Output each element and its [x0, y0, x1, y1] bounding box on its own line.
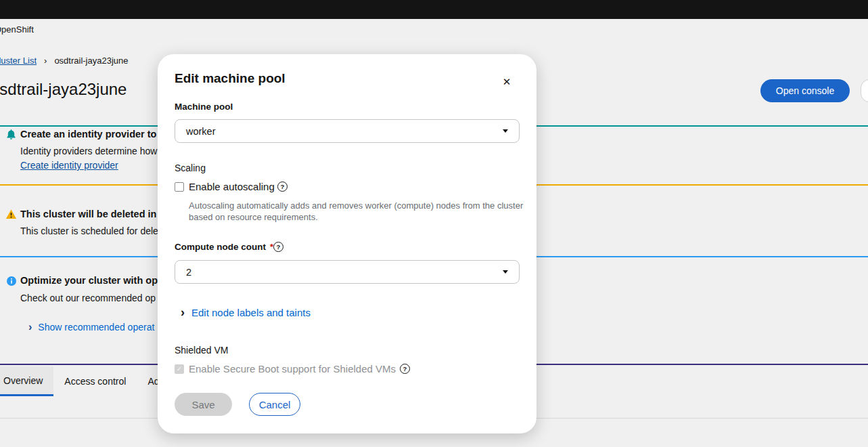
- node-count-selected-value: 2: [186, 267, 191, 278]
- modal-title: Edit machine pool: [175, 71, 285, 86]
- tab-overview[interactable]: Overview: [0, 366, 53, 396]
- show-recommended-operators-link[interactable]: › Show recommended operat: [28, 322, 154, 333]
- machine-pool-selected-value: worker: [186, 126, 216, 137]
- edit-machine-pool-modal: Edit machine pool ✕ Machine pool worker …: [158, 54, 536, 433]
- chevron-right-icon: ›: [44, 56, 47, 66]
- bell-icon: [5, 129, 17, 140]
- machine-pool-select[interactable]: worker: [175, 119, 520, 143]
- info-circle-icon: [6, 276, 18, 287]
- cluster-tabs: Overview Access control Ad: [0, 366, 170, 396]
- app-screen: OpenShift Cluster List › osdtrail-jaya23…: [0, 0, 868, 447]
- chevron-down-icon: [503, 129, 508, 133]
- edit-node-labels-taints-toggle[interactable]: › Edit node labels and taints: [181, 306, 311, 318]
- warning-triangle-icon: [5, 209, 17, 220]
- scaling-section-label: Scaling: [175, 163, 206, 173]
- alert-deletion-title: This cluster will be deleted in a: [20, 209, 165, 219]
- save-button[interactable]: Save: [175, 393, 232, 416]
- masthead: [0, 0, 868, 19]
- chevron-right-icon: ›: [28, 322, 32, 333]
- tab-access-control[interactable]: Access control: [53, 366, 137, 396]
- machine-pool-label: Machine pool: [175, 102, 233, 112]
- compute-node-count-label: Compute node count: [175, 242, 266, 252]
- secure-boot-checkbox-disabled: ✓: [175, 364, 184, 374]
- secure-boot-help-icon[interactable]: ?: [400, 364, 410, 374]
- compute-node-count-select[interactable]: 2: [175, 260, 520, 284]
- close-icon[interactable]: ✕: [498, 73, 516, 91]
- check-icon: ✓: [177, 366, 182, 372]
- compute-node-count-row: Compute node count *: [175, 242, 273, 252]
- alert-optimize-title: Optimize your cluster with oper: [20, 275, 167, 286]
- breadcrumb-cluster-list-link[interactable]: Cluster List: [0, 56, 37, 66]
- alert-identity-title: Create an identity provider to a: [20, 129, 165, 140]
- breadcrumb: Cluster List › osdtrail-jaya23june: [0, 56, 129, 66]
- actions-button-partial[interactable]: [861, 79, 868, 102]
- alert-deletion-body: This cluster is scheduled for dele: [20, 226, 158, 236]
- open-console-button[interactable]: Open console: [760, 79, 850, 102]
- show-recommended-label: Show recommended operat: [38, 322, 154, 333]
- autoscaling-help-text: Autoscaling automatically adds and remov…: [189, 200, 530, 223]
- alert-optimize-body: Check out our recommended op: [20, 293, 156, 303]
- brand-text: OpenShift: [0, 24, 34, 35]
- autoscaling-help-icon[interactable]: ?: [277, 182, 288, 192]
- shielded-vm-section-label: Shielded VM: [175, 345, 228, 356]
- edit-node-labels-taints-label: Edit node labels and taints: [191, 307, 311, 318]
- cancel-button[interactable]: Cancel: [249, 393, 300, 416]
- create-identity-provider-link[interactable]: Create identity provider: [20, 160, 118, 171]
- secure-boot-label: Enable Secure Boot support for Shielded …: [189, 363, 396, 375]
- breadcrumb-current-cluster: osdtrail-jaya23june: [54, 56, 128, 66]
- enable-autoscaling-checkbox[interactable]: [175, 182, 184, 192]
- node-count-help-icon[interactable]: ?: [273, 242, 283, 252]
- alert-identity-body: Identity providers determine how: [20, 146, 157, 156]
- chevron-down-icon: [503, 270, 508, 274]
- enable-autoscaling-label: Enable autoscaling: [189, 181, 275, 192]
- chevron-right-icon: ›: [181, 306, 185, 318]
- page-title: osdtrail-jaya23june: [0, 80, 127, 99]
